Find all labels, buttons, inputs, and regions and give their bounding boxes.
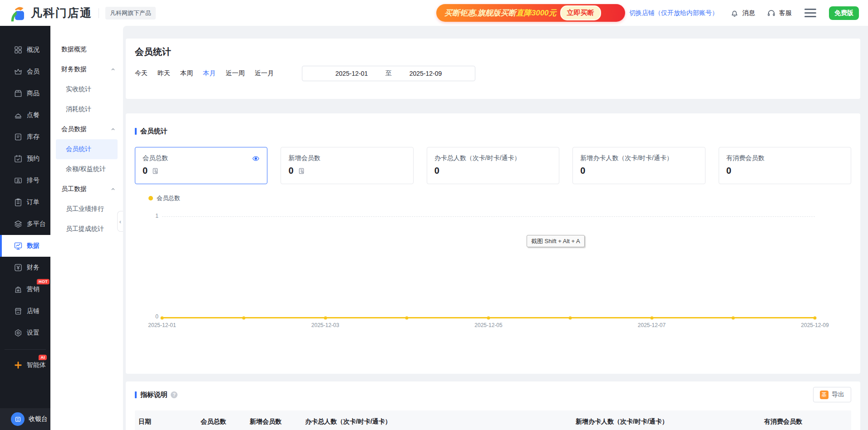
brand-logo-icon (9, 5, 26, 22)
stat-card-new-members[interactable]: 新增会员数 0 (281, 147, 413, 184)
data-subnav: 数据概览 财务数据 实收统计 消耗统计 会员数据 会员统计 余额/权益统计 员工… (50, 26, 123, 430)
main-content: 会员统计 今天 昨天 本周 本月 近一周 近一月 2025-12-01 至 20… (123, 26, 868, 430)
subnav-item-balance-stats[interactable]: 余额/权益统计 (50, 159, 123, 179)
ticket-icon (14, 176, 23, 185)
switch-store-link[interactable]: 切换店铺（仅开放给内部账号） (629, 9, 718, 17)
messages-button[interactable]: 消息 (730, 9, 755, 18)
subnav-collapse-handle[interactable]: ‹ (117, 211, 123, 232)
chart-data-point (650, 316, 653, 319)
filter-last-7-days[interactable]: 近一周 (226, 69, 245, 78)
stat-card-label: 新增办卡人数（次卡/时卡/通卡） (580, 154, 673, 162)
filter-this-week[interactable]: 本周 (180, 69, 193, 78)
stat-cards: 会员总数 0 新增会员数 0 办卡总人数（次卡/时卡/通卡） 0 (135, 147, 851, 184)
filter-yesterday[interactable]: 昨天 (158, 69, 170, 78)
subnav-group-finance-data[interactable]: 财务数据 (50, 59, 123, 79)
subnav-item-overview[interactable]: 数据概览 (50, 39, 123, 59)
subnav-item-member-stats[interactable]: 会员统计 (56, 139, 118, 159)
plan-badge[interactable]: 免费版 (829, 6, 859, 20)
divider (99, 8, 99, 18)
subnav-item-received-stats[interactable]: 实收统计 (50, 79, 123, 99)
stat-card-value: 0 (288, 166, 293, 176)
sidebar-item-finance[interactable]: 财务 (0, 257, 50, 279)
subnav-group-staff-data[interactable]: 员工数据 (50, 179, 123, 199)
sidebar-item-settings[interactable]: 设置 (0, 322, 50, 344)
sidebar-item-booking[interactable]: 预约 (0, 148, 50, 170)
legend-dot (148, 196, 153, 200)
date-range-picker[interactable]: 2025-12-01 至 2025-12-09 (302, 66, 475, 81)
sidebar-item-agent[interactable]: 智能体 AI (0, 354, 50, 376)
sidebar-item-products[interactable]: 商品 (0, 83, 50, 104)
sidebar-item-ordering[interactable]: 点餐 (0, 104, 50, 126)
clipboard-icon (14, 198, 23, 207)
section-header: 会员统计 (135, 113, 851, 136)
support-button[interactable]: 客服 (767, 9, 792, 18)
promo-banner[interactable]: 买断钜惠,旗舰版买断直降3000元 立即买断 (436, 4, 625, 22)
header-actions: 切换店铺（仅开放给内部账号） 消息 客服 免费版 (629, 6, 859, 20)
monitor-chart-icon (14, 241, 23, 250)
sidebar-item-data[interactable]: 数据 (0, 235, 50, 257)
col-header-consuming-members: 有消费会员数 (764, 410, 802, 430)
stat-card-consuming-members[interactable]: 有消费会员数 0 (719, 147, 851, 184)
chart-legend[interactable]: 会员总数 (148, 194, 851, 202)
export-button[interactable]: 基 导出 (813, 387, 851, 402)
gear-icon (14, 328, 23, 337)
page-title: 会员统计 (135, 39, 851, 58)
promo-cta-button[interactable]: 立即买断 (560, 5, 601, 20)
help-icon[interactable]: ? (171, 391, 178, 398)
member-total-line-chart: 1 0 2025-12-01 2025-12-03 2025-12-05 202… (135, 205, 851, 341)
col-header-total-members: 会员总数 (201, 410, 226, 430)
chevron-left-icon: ‹ (119, 218, 121, 225)
subnav-item-consumption-stats[interactable]: 消耗统计 (50, 99, 123, 119)
sidebar-item-orders[interactable]: 订单 (0, 191, 50, 213)
col-header-new-cardholders: 新增办卡人数（次卡/时卡/通卡） (576, 410, 668, 430)
sidebar-item-queue[interactable]: 排号 (0, 170, 50, 191)
subnav-item-staff-ranking[interactable]: 员工业绩排行 (50, 199, 123, 219)
sidebar-item-cashier[interactable]: 收银台 (0, 408, 50, 430)
end-date[interactable]: 2025-12-09 (392, 70, 459, 77)
x-axis-tick: 2025-12-09 (785, 322, 844, 328)
subnav-item-staff-commission[interactable]: 员工提成统计 (50, 219, 123, 239)
sidebar-item-inventory[interactable]: 库存 (0, 126, 50, 148)
detail-search-icon[interactable] (298, 167, 305, 175)
promo-highlight: 直降3000元 (516, 9, 557, 17)
subnav-group-member-data[interactable]: 会员数据 (50, 119, 123, 139)
y-axis-tick-0: 0 (135, 313, 158, 320)
messages-label: 消息 (742, 9, 755, 17)
layers-icon (14, 220, 23, 229)
stat-card-value: 0 (580, 166, 585, 176)
filter-this-month[interactable]: 本月 (203, 69, 216, 78)
storefront-icon (14, 307, 23, 316)
hot-badge: HOT (37, 279, 49, 284)
screenshot-shortcut-tooltip: 截图 Shift + Alt + A (527, 235, 585, 247)
gridline (162, 216, 815, 217)
metrics-panel: 指标说明 ? 基 导出 日期 会员总数 新增会员数 办卡总人数（次卡/时卡/通卡… (126, 381, 860, 430)
start-date[interactable]: 2025-12-01 (318, 70, 385, 77)
sidebar-item-multiplatform[interactable]: 多平台 (0, 213, 50, 235)
eye-icon[interactable] (252, 155, 260, 162)
sidebar-items: 概况 会员 商品 点餐 库存 预约 排号 订单 (0, 26, 50, 376)
sidebar-item-members[interactable]: 会员 (0, 61, 50, 83)
sidebar-item-store[interactable]: 店铺 (0, 300, 50, 322)
cloche-icon (14, 111, 23, 120)
stat-card-total-members[interactable]: 会员总数 0 (135, 147, 267, 184)
filter-today[interactable]: 今天 (135, 69, 148, 78)
filter-last-30-days[interactable]: 近一月 (255, 69, 274, 78)
stat-card-value: 0 (143, 166, 148, 176)
chart-data-point (732, 316, 735, 319)
chart-data-point (568, 316, 572, 319)
legend-label: 会员总数 (157, 194, 180, 202)
chart-data-point (405, 316, 409, 319)
basic-plan-icon: 基 (820, 391, 829, 399)
menu-icon[interactable] (804, 7, 817, 19)
x-axis-tick: 2025-12-07 (622, 322, 681, 328)
section-accent-bar (135, 391, 137, 398)
bell-icon (730, 9, 739, 18)
sidebar-item-overview[interactable]: 概况 (0, 39, 50, 61)
member-stats-panel: 会员统计 会员总数 0 新增会员数 0 (126, 113, 860, 374)
detail-search-icon[interactable] (152, 167, 159, 175)
stat-card-total-cardholders[interactable]: 办卡总人数（次卡/时卡/通卡） 0 (427, 147, 559, 184)
sidebar-item-marketing[interactable]: 营销 HOT (0, 279, 50, 300)
stat-card-new-cardholders[interactable]: 新增办卡人数（次卡/时卡/通卡） 0 (572, 147, 705, 184)
stat-card-label: 办卡总人数（次卡/时卡/通卡） (434, 154, 521, 162)
metrics-header: 指标说明 ? 基 导出 (135, 387, 851, 402)
